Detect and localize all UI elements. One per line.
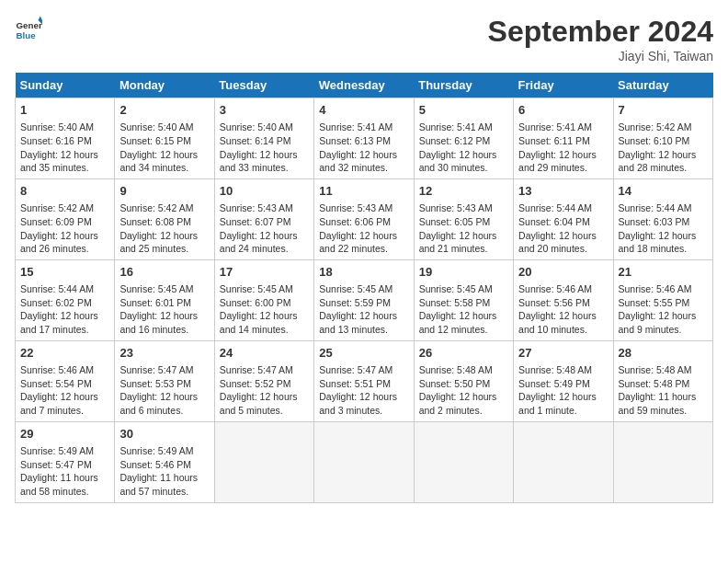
- day-info: Sunrise: 5:43 AMSunset: 6:07 PMDaylight:…: [220, 201, 309, 256]
- day-info: Sunrise: 5:49 AMSunset: 5:47 PMDaylight:…: [20, 444, 109, 499]
- day-number: 17: [220, 264, 309, 281]
- calendar-cell: 7Sunrise: 5:42 AMSunset: 6:10 PMDaylight…: [613, 98, 712, 179]
- day-number: 5: [419, 102, 508, 119]
- day-info: Sunrise: 5:45 AMSunset: 5:59 PMDaylight:…: [319, 282, 408, 337]
- calendar-cell: 14Sunrise: 5:44 AMSunset: 6:03 PMDayligh…: [613, 178, 712, 259]
- calendar-cell: 2Sunrise: 5:40 AMSunset: 6:15 PMDaylight…: [115, 98, 214, 179]
- day-info: Sunrise: 5:43 AMSunset: 6:05 PMDaylight:…: [419, 201, 508, 256]
- day-info: Sunrise: 5:41 AMSunset: 6:12 PMDaylight:…: [419, 121, 508, 175]
- day-info: Sunrise: 5:46 AMSunset: 5:54 PMDaylight:…: [20, 363, 109, 418]
- calendar-cell: 3Sunrise: 5:40 AMSunset: 6:14 PMDaylight…: [214, 98, 313, 179]
- day-number: 18: [319, 264, 408, 281]
- logo: General Blue: [15, 15, 42, 42]
- calendar-cell: 11Sunrise: 5:43 AMSunset: 6:06 PMDayligh…: [314, 178, 414, 259]
- day-number: 23: [119, 345, 209, 362]
- day-number: 28: [619, 345, 708, 362]
- day-info: Sunrise: 5:42 AMSunset: 6:09 PMDaylight:…: [20, 201, 109, 256]
- day-info: Sunrise: 5:44 AMSunset: 6:04 PMDaylight:…: [518, 201, 608, 256]
- calendar-cell: 1Sunrise: 5:40 AMSunset: 6:16 PMDaylight…: [16, 98, 115, 179]
- day-info: Sunrise: 5:41 AMSunset: 6:11 PMDaylight:…: [518, 121, 608, 175]
- calendar-cell: 13Sunrise: 5:44 AMSunset: 6:04 PMDayligh…: [514, 178, 613, 259]
- page-header: General Blue September 2024 Jiayi Shi, T…: [15, 15, 713, 63]
- calendar-cell: 27Sunrise: 5:48 AMSunset: 5:49 PMDayligh…: [514, 340, 613, 421]
- day-info: Sunrise: 5:44 AMSunset: 6:02 PMDaylight:…: [20, 282, 109, 337]
- day-number: 3: [220, 102, 309, 119]
- calendar-cell: [514, 421, 613, 502]
- calendar-week-4: 22Sunrise: 5:46 AMSunset: 5:54 PMDayligh…: [16, 340, 713, 421]
- day-info: Sunrise: 5:47 AMSunset: 5:52 PMDaylight:…: [220, 363, 309, 418]
- logo-icon: General Blue: [15, 15, 42, 42]
- day-number: 20: [518, 264, 608, 281]
- dow-header-wednesday: Wednesday: [314, 73, 414, 98]
- calendar-cell: [414, 421, 513, 502]
- day-number: 7: [619, 102, 708, 119]
- svg-marker-2: [39, 17, 43, 21]
- dow-header-sunday: Sunday: [16, 73, 115, 98]
- calendar-week-5: 29Sunrise: 5:49 AMSunset: 5:47 PMDayligh…: [16, 421, 713, 502]
- dow-header-tuesday: Tuesday: [214, 73, 313, 98]
- calendar-cell: 29Sunrise: 5:49 AMSunset: 5:47 PMDayligh…: [16, 421, 115, 502]
- day-info: Sunrise: 5:47 AMSunset: 5:53 PMDaylight:…: [119, 363, 209, 418]
- day-number: 30: [119, 426, 209, 442]
- day-number: 1: [20, 102, 109, 119]
- day-info: Sunrise: 5:40 AMSunset: 6:14 PMDaylight:…: [220, 121, 309, 175]
- title-block: September 2024 Jiayi Shi, Taiwan: [488, 15, 713, 63]
- svg-text:Blue: Blue: [17, 30, 37, 40]
- calendar-cell: 24Sunrise: 5:47 AMSunset: 5:52 PMDayligh…: [214, 340, 313, 421]
- calendar-cell: 30Sunrise: 5:49 AMSunset: 5:46 PMDayligh…: [115, 421, 214, 502]
- calendar-cell: 20Sunrise: 5:46 AMSunset: 5:56 PMDayligh…: [514, 259, 613, 340]
- calendar-cell: 8Sunrise: 5:42 AMSunset: 6:09 PMDaylight…: [16, 178, 115, 259]
- day-info: Sunrise: 5:43 AMSunset: 6:06 PMDaylight:…: [319, 201, 408, 256]
- day-info: Sunrise: 5:45 AMSunset: 6:00 PMDaylight:…: [220, 282, 309, 337]
- calendar-cell: [214, 421, 313, 502]
- calendar-cell: 28Sunrise: 5:48 AMSunset: 5:48 PMDayligh…: [613, 340, 712, 421]
- day-number: 26: [419, 345, 508, 362]
- day-info: Sunrise: 5:47 AMSunset: 5:51 PMDaylight:…: [319, 363, 408, 418]
- day-number: 15: [20, 264, 109, 281]
- day-number: 16: [119, 264, 209, 281]
- dow-header-saturday: Saturday: [613, 73, 712, 98]
- day-number: 11: [319, 183, 408, 200]
- dow-header-monday: Monday: [115, 73, 214, 98]
- day-info: Sunrise: 5:46 AMSunset: 5:56 PMDaylight:…: [518, 282, 608, 337]
- day-info: Sunrise: 5:48 AMSunset: 5:49 PMDaylight:…: [518, 363, 608, 418]
- calendar-week-2: 8Sunrise: 5:42 AMSunset: 6:09 PMDaylight…: [16, 178, 713, 259]
- calendar-cell: 18Sunrise: 5:45 AMSunset: 5:59 PMDayligh…: [314, 259, 414, 340]
- day-info: Sunrise: 5:44 AMSunset: 6:03 PMDaylight:…: [619, 201, 708, 256]
- day-number: 14: [619, 183, 708, 200]
- calendar-cell: 25Sunrise: 5:47 AMSunset: 5:51 PMDayligh…: [314, 340, 414, 421]
- day-info: Sunrise: 5:45 AMSunset: 6:01 PMDaylight:…: [119, 282, 209, 337]
- calendar-cell: 23Sunrise: 5:47 AMSunset: 5:53 PMDayligh…: [115, 340, 214, 421]
- calendar-cell: [314, 421, 414, 502]
- day-number: 13: [518, 183, 608, 200]
- day-info: Sunrise: 5:46 AMSunset: 5:55 PMDaylight:…: [619, 282, 708, 337]
- day-number: 8: [20, 183, 109, 200]
- calendar-cell: 9Sunrise: 5:42 AMSunset: 6:08 PMDaylight…: [115, 178, 214, 259]
- day-number: 2: [119, 102, 209, 119]
- calendar-week-3: 15Sunrise: 5:44 AMSunset: 6:02 PMDayligh…: [16, 259, 713, 340]
- day-info: Sunrise: 5:40 AMSunset: 6:15 PMDaylight:…: [119, 121, 209, 175]
- dow-header-friday: Friday: [514, 73, 613, 98]
- day-info: Sunrise: 5:42 AMSunset: 6:08 PMDaylight:…: [119, 201, 209, 256]
- day-number: 29: [20, 426, 109, 442]
- day-info: Sunrise: 5:48 AMSunset: 5:48 PMDaylight:…: [619, 363, 708, 418]
- day-number: 24: [220, 345, 309, 362]
- day-info: Sunrise: 5:49 AMSunset: 5:46 PMDaylight:…: [119, 444, 209, 499]
- day-info: Sunrise: 5:40 AMSunset: 6:16 PMDaylight:…: [20, 121, 109, 175]
- location: Jiayi Shi, Taiwan: [488, 49, 713, 63]
- day-number: 9: [119, 183, 209, 200]
- calendar-table: SundayMondayTuesdayWednesdayThursdayFrid…: [15, 73, 713, 503]
- svg-text:General: General: [17, 20, 43, 30]
- month-title: September 2024: [488, 15, 713, 49]
- calendar-cell: 17Sunrise: 5:45 AMSunset: 6:00 PMDayligh…: [214, 259, 313, 340]
- day-number: 27: [518, 345, 608, 362]
- calendar-cell: 26Sunrise: 5:48 AMSunset: 5:50 PMDayligh…: [414, 340, 513, 421]
- day-number: 22: [20, 345, 109, 362]
- day-info: Sunrise: 5:48 AMSunset: 5:50 PMDaylight:…: [419, 363, 508, 418]
- day-number: 19: [419, 264, 508, 281]
- calendar-cell: [613, 421, 712, 502]
- calendar-cell: 10Sunrise: 5:43 AMSunset: 6:07 PMDayligh…: [214, 178, 313, 259]
- day-number: 10: [220, 183, 309, 200]
- calendar-cell: 4Sunrise: 5:41 AMSunset: 6:13 PMDaylight…: [314, 98, 414, 179]
- dow-header-thursday: Thursday: [414, 73, 513, 98]
